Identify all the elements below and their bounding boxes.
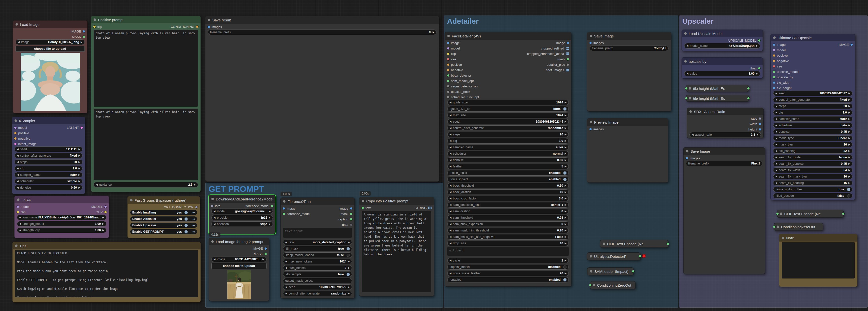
node-condzero-adetailer[interactable]: ConditioningZeroOut	[590, 281, 636, 289]
text-area[interactable]: photo of a woman p3r5on laying with silv…	[94, 30, 198, 106]
widget-sam-detection-hint[interactable]: ◀sam_detection_hintcenter-1▶	[447, 202, 569, 208]
widget-mode-type[interactable]: ◀mode_typeLinear▶	[773, 135, 852, 141]
right-arrow-icon[interactable]: ▶	[848, 98, 850, 101]
widget-attention[interactable]: ◀attentionsdpa▶	[211, 221, 273, 227]
left-arrow-icon[interactable]: ◀	[450, 197, 452, 200]
widget-guidance[interactable]: ◀guidance2.5▶	[94, 182, 198, 187]
widget-seam-fix-width[interactable]: ◀seam_fix_width64▶	[773, 167, 852, 173]
slot-dot[interactable]	[567, 58, 569, 60]
widget-max-new-tokens[interactable]: ◀max_new_tokens1024▶	[283, 259, 352, 264]
slot-dot[interactable]	[447, 80, 449, 82]
widget-cycle[interactable]: ◀cycle1▶	[447, 258, 569, 263]
toggle-knob[interactable]	[346, 247, 350, 250]
right-arrow-icon[interactable]: ▶	[564, 197, 566, 200]
widget-mask-blur[interactable]: ◀mask_blur16▶	[773, 142, 852, 147]
right-arrow-icon[interactable]: ▶	[564, 210, 566, 213]
collapse-dot-icon[interactable]	[684, 32, 687, 35]
collapse-dot-icon[interactable]	[130, 199, 132, 201]
right-arrow-icon[interactable]: ▶	[564, 165, 566, 168]
slot-dot[interactable]	[589, 42, 592, 44]
widget-filename-prefix[interactable]: filename_prefixFlux.1	[686, 161, 762, 166]
widget-sam-bbox-expansion[interactable]: ◀sam_bbox_expansion0▶	[447, 221, 569, 227]
left-arrow-icon[interactable]: ◀	[450, 114, 452, 117]
slot-dot[interactable]	[589, 128, 592, 130]
slot-dot[interactable]	[14, 143, 17, 145]
slot-dot[interactable]	[567, 64, 569, 66]
node-header[interactable]: Preview Image	[587, 119, 668, 126]
grid-icon[interactable]	[566, 53, 569, 55]
right-arrow-icon[interactable]: ▶	[848, 130, 850, 133]
widget-guide-size[interactable]: ◀guide_size1024▶	[447, 100, 569, 105]
text-area[interactable]: CLICK RESET VIEW TO RECENTER. Model load…	[15, 250, 198, 297]
left-arrow-icon[interactable]: ◀	[19, 229, 21, 231]
node-header[interactable]: Tips	[12, 242, 200, 249]
collapse-dot-icon[interactable]	[208, 19, 210, 21]
node-header[interactable]: Fast Groups Bypasser (rgthree)	[128, 196, 200, 204]
right-arrow-icon[interactable]: ▶	[78, 186, 80, 189]
toggle-knob[interactable]	[346, 273, 350, 276]
widget-scheduler[interactable]: ◀schedulersimple▶	[14, 179, 83, 184]
left-arrow-icon[interactable]: ◀	[17, 174, 19, 176]
left-arrow-icon[interactable]: ◀	[19, 223, 21, 225]
collapse-dot-icon[interactable]	[686, 150, 688, 152]
collapse-dot-icon[interactable]	[782, 237, 784, 239]
node-header[interactable]: FaceDetailer (AV)	[445, 32, 571, 40]
widget-guide-size-for[interactable]: guide_size_forbbox	[447, 106, 569, 112]
left-arrow-icon[interactable]: ◀	[17, 186, 19, 189]
right-arrow-icon[interactable]: ▶	[564, 204, 566, 206]
left-arrow-icon[interactable]: ◀	[214, 210, 216, 213]
slot-dot[interactable]	[632, 270, 634, 273]
slot-dot[interactable]	[447, 96, 449, 98]
bypass-enable-get-prompt[interactable]: Enable GET PROMPTyes➡	[130, 229, 197, 235]
slot-dot[interactable]	[447, 53, 449, 55]
slot-dot[interactable]	[211, 205, 213, 207]
left-arrow-icon[interactable]: ◀	[285, 267, 287, 269]
right-arrow-icon[interactable]: ▶	[564, 133, 566, 136]
slot-dot[interactable]	[93, 26, 96, 28]
toggle-knob[interactable]	[563, 178, 566, 181]
slot-dot[interactable]	[83, 36, 85, 38]
left-arrow-icon[interactable]: ◀	[775, 150, 777, 152]
widget-tiled-decode[interactable]: tiled_decodefalse	[773, 193, 852, 198]
right-arrow-icon[interactable]: ▶	[564, 216, 566, 219]
left-arrow-icon[interactable]: ◀	[775, 156, 777, 159]
widget-noise-mask[interactable]: noise_maskenabled	[447, 170, 569, 176]
collapse-dot-icon[interactable]	[590, 121, 592, 123]
left-arrow-icon[interactable]: ◀	[450, 152, 452, 155]
toggle-knob[interactable]	[185, 217, 188, 221]
node-ultralytics-detector[interactable]: UltralyticsDetectorP✖	[587, 252, 641, 260]
widget-sam-mask-hint-threshold[interactable]: ◀sam_mask_hint_threshold0.70▶	[447, 228, 569, 233]
slot-dot[interactable]	[283, 207, 285, 210]
slot-dot[interactable]	[773, 60, 775, 62]
right-arrow-icon[interactable]: ▶	[564, 223, 566, 225]
widget-value[interactable]: ◀value3.00▶	[684, 71, 760, 76]
left-arrow-icon[interactable]: ◀	[775, 105, 777, 107]
slot-dot[interactable]	[447, 64, 449, 66]
right-arrow-icon[interactable]: ▶	[564, 127, 566, 129]
right-arrow-icon[interactable]: ▶	[757, 133, 758, 136]
slot-dot[interactable]	[283, 213, 285, 215]
right-arrow-icon[interactable]: ▶	[78, 167, 80, 170]
slot-dot[interactable]	[208, 26, 210, 28]
collapse-dot-icon[interactable]	[283, 200, 285, 203]
left-arrow-icon[interactable]: ◀	[686, 44, 688, 47]
slot-dot[interactable]	[14, 137, 17, 139]
collapse-dot-icon[interactable]	[689, 87, 691, 90]
widget-sam-threshold[interactable]: ◀sam_threshold0.93▶	[447, 215, 569, 220]
slot-dot[interactable]	[589, 284, 591, 286]
grid-icon[interactable]	[566, 69, 569, 71]
left-arrow-icon[interactable]: ◀	[450, 146, 452, 149]
widget-strength-clip[interactable]: ◀strength_clip1.00▶	[17, 227, 106, 233]
widget-sampler-name[interactable]: ◀sampler_nameeuler▶	[14, 172, 83, 178]
text-area[interactable]: text_input	[283, 228, 352, 238]
right-arrow-icon[interactable]: ▶	[78, 180, 80, 183]
collapse-dot-icon[interactable]	[777, 225, 779, 228]
widget-control-after-generate[interactable]: ◀control_after_generaterandomize▶	[283, 291, 352, 296]
left-arrow-icon[interactable]: ◀	[96, 183, 98, 186]
left-arrow-icon[interactable]: ◀	[19, 216, 21, 219]
toggle-knob[interactable]	[346, 254, 350, 257]
right-arrow-icon[interactable]: ▶	[564, 146, 566, 149]
left-arrow-icon[interactable]: ◀	[17, 161, 19, 163]
left-arrow-icon[interactable]: ◀	[775, 162, 777, 165]
right-arrow-icon[interactable]: ▶	[564, 236, 566, 238]
